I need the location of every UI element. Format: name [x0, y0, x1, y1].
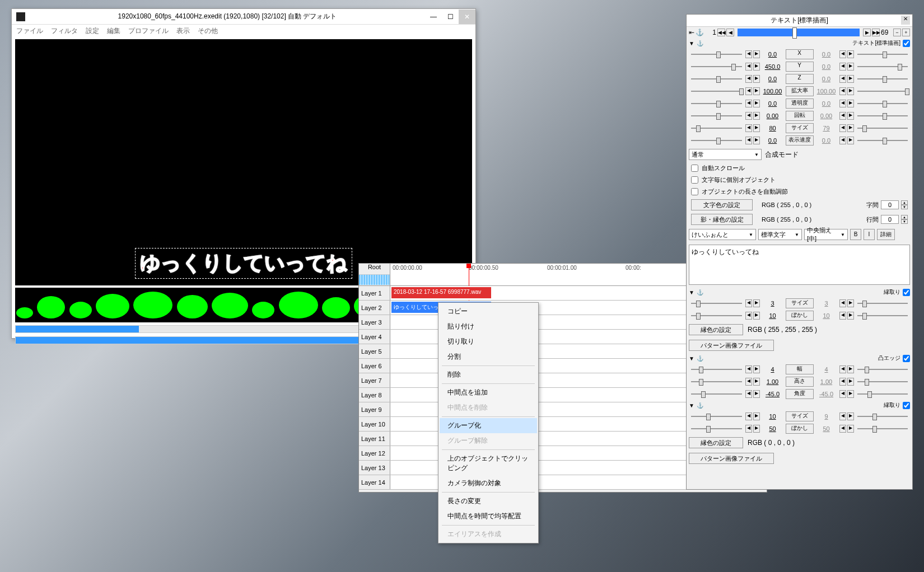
panel-close-button[interactable]: ✕	[901, 16, 910, 25]
preview-area[interactable]: ゆっくりしていってね	[15, 39, 472, 285]
param-value-left[interactable]: -45.0	[761, 391, 785, 397]
param-dec-right[interactable]: ◀	[839, 299, 846, 307]
param-dec-right[interactable]: ◀	[839, 312, 846, 320]
param-label-button[interactable]: 幅	[786, 364, 814, 374]
param-inc-left[interactable]: ▶	[753, 87, 760, 95]
param-value-left[interactable]: 0.0	[761, 76, 785, 82]
param-dec-left[interactable]: ◀	[745, 378, 752, 386]
layer-label[interactable]: Layer 12	[359, 446, 390, 460]
param-value-right[interactable]: 79	[815, 125, 838, 132]
layer-label[interactable]: Layer 10	[359, 417, 390, 431]
param-value-right[interactable]: 10	[815, 312, 838, 319]
param-label-button[interactable]: ぼかし	[786, 424, 814, 434]
param-inc-right[interactable]: ▶	[847, 63, 854, 71]
param-label-button[interactable]: 拡大率	[786, 86, 814, 96]
param-value-left[interactable]: 10	[761, 413, 785, 420]
spacing-up[interactable]: ▲	[901, 200, 908, 205]
param-slider-right[interactable]	[857, 87, 908, 95]
menu-profile[interactable]: プロファイル	[128, 26, 169, 36]
param-inc-left[interactable]: ▶	[753, 390, 760, 398]
param-inc-left[interactable]: ▶	[753, 137, 760, 144]
param-inc-left[interactable]: ▶	[753, 112, 760, 120]
param-inc-right[interactable]: ▶	[847, 50, 854, 58]
param-dec-left[interactable]: ◀	[745, 312, 752, 320]
param-slider-right[interactable]	[857, 50, 908, 58]
param-value-left[interactable]: 0.0	[761, 137, 785, 144]
layer-label[interactable]: Layer 11	[359, 432, 390, 446]
cm-split[interactable]: 分割	[440, 349, 537, 364]
anchor-icon[interactable]: ⚓	[697, 355, 703, 362]
bevel-enable-checkbox[interactable]	[903, 355, 910, 362]
param-slider-left[interactable]	[691, 50, 742, 58]
edge2-enable-checkbox[interactable]	[903, 402, 910, 409]
param-inc-right[interactable]: ▶	[847, 390, 854, 398]
param-inc-left[interactable]: ▶	[753, 425, 760, 433]
section-enable-checkbox[interactable]	[903, 40, 910, 47]
param-slider-left[interactable]	[691, 87, 742, 95]
edge2-color-button[interactable]: 縁色の設定	[689, 437, 743, 448]
param-inc-left[interactable]: ▶	[753, 124, 760, 132]
param-value-right[interactable]: 100.00	[815, 88, 838, 95]
param-dec-right[interactable]: ◀	[839, 63, 846, 71]
param-inc-right[interactable]: ▶	[847, 100, 854, 107]
param-dec-right[interactable]: ◀	[839, 137, 846, 144]
param-inc-right[interactable]: ▶	[847, 75, 854, 83]
param-label-button[interactable]: サイズ	[786, 411, 814, 421]
param-value-left[interactable]: 80	[761, 125, 785, 132]
param-slider-right[interactable]	[857, 390, 908, 398]
anchor-icon[interactable]: ⚓	[697, 40, 703, 46]
param-slider-right[interactable]	[857, 312, 908, 320]
param-slider-right[interactable]	[857, 137, 908, 144]
param-inc-left[interactable]: ▶	[753, 50, 760, 58]
param-inc-right[interactable]: ▶	[847, 412, 854, 420]
layer-label[interactable]: Layer 5	[359, 344, 390, 358]
param-label-button[interactable]: サイズ	[786, 298, 814, 308]
param-inc-left[interactable]: ▶	[753, 299, 760, 307]
param-dec-left[interactable]: ◀	[745, 299, 752, 307]
param-inc-left[interactable]: ▶	[753, 63, 760, 71]
frame-next-fast[interactable]: ▶▶	[872, 29, 880, 36]
cm-clip-above[interactable]: 上のオブジェクトでクリッピング	[440, 451, 537, 476]
param-label-button[interactable]: 高さ	[786, 377, 814, 387]
param-slider-left[interactable]	[691, 100, 742, 107]
text-color-button[interactable]: 文字色の設定	[691, 199, 753, 210]
param-value-right[interactable]: 1.00	[815, 378, 838, 385]
edge2-pattern-button[interactable]: パターン画像ファイル	[689, 453, 774, 464]
frame-next[interactable]: ▶	[863, 29, 871, 36]
layer-label[interactable]: Layer 4	[359, 330, 390, 344]
menu-settings[interactable]: 設定	[86, 26, 99, 36]
cm-midpoint-time[interactable]: 中間点を時間で均等配置	[440, 509, 537, 524]
frame-slider[interactable]	[738, 29, 860, 36]
param-slider-right[interactable]	[857, 124, 908, 132]
timeline-minimap[interactable]	[359, 275, 390, 285]
param-value-right[interactable]: -45.0	[815, 391, 838, 397]
track-back-icon[interactable]: ⇤	[689, 29, 694, 36]
bevel-toggle-icon[interactable]: ▼	[689, 355, 694, 362]
layer-label[interactable]: Layer 8	[359, 388, 390, 402]
param-slider-right[interactable]	[857, 412, 908, 420]
layer-label[interactable]: Layer 9	[359, 402, 390, 416]
font-combo[interactable]: けいふぉんと	[689, 229, 756, 240]
edge1-pattern-button[interactable]: パターン画像ファイル	[689, 340, 774, 351]
anchor-icon[interactable]: ⚓	[697, 402, 703, 409]
audio-clip[interactable]: 2018-03-12 17-16-57 6998777.wav	[391, 287, 491, 298]
param-dec-right[interactable]: ◀	[839, 412, 846, 420]
param-value-left[interactable]: 100.00	[761, 88, 785, 95]
param-value-left[interactable]: 50	[761, 425, 785, 432]
param-slider-left[interactable]	[691, 63, 742, 71]
font-style-combo[interactable]: 標準文字	[758, 229, 802, 240]
param-inc-left[interactable]: ▶	[753, 75, 760, 83]
param-dec-left[interactable]: ◀	[745, 390, 752, 398]
menu-file[interactable]: ファイル	[16, 26, 43, 36]
param-slider-right[interactable]	[857, 112, 908, 120]
cm-delete[interactable]: 削除	[440, 367, 537, 382]
blend-mode-combo[interactable]: 通常	[689, 149, 762, 160]
param-value-right[interactable]: 3	[815, 300, 838, 307]
param-inc-left[interactable]: ▶	[753, 100, 760, 107]
param-inc-right[interactable]: ▶	[847, 365, 854, 373]
param-value-right[interactable]: 4	[815, 366, 838, 373]
param-dec-right[interactable]: ◀	[839, 100, 846, 107]
param-label-button[interactable]: X	[786, 49, 814, 59]
menu-filter[interactable]: フィルタ	[51, 26, 78, 36]
param-dec-right[interactable]: ◀	[839, 112, 846, 120]
